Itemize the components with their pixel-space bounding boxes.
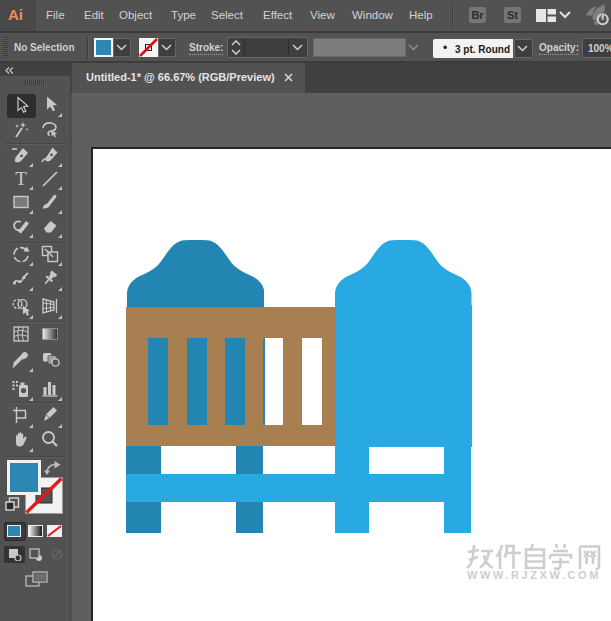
- svg-text:WWW.RJZXW.COM: WWW.RJZXW.COM: [467, 569, 601, 581]
- svg-text:T: T: [15, 169, 27, 187]
